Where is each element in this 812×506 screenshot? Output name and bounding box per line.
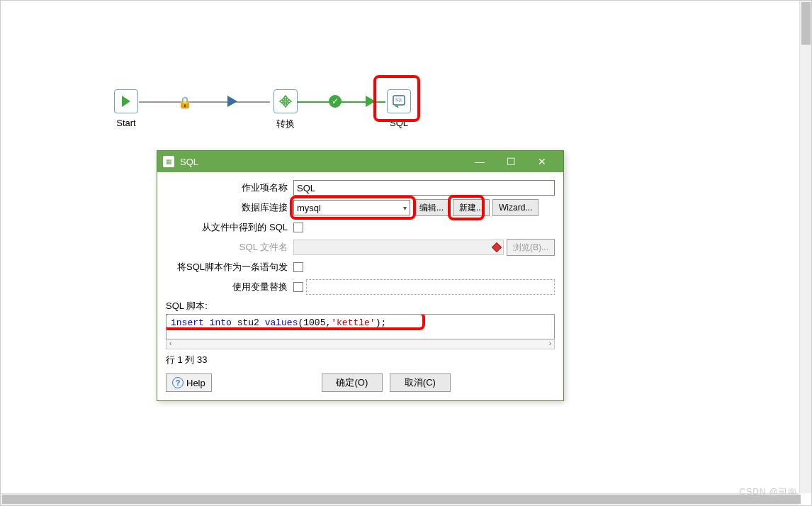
dialog-body: 作业项名称 数据库连接 mysql ▾ 编辑... 新建... Wizard..… — [157, 172, 563, 400]
check-icon: ✓ — [329, 95, 342, 108]
close-button[interactable]: ✕ — [526, 151, 558, 172]
row-single-stmt: 将SQL脚本作为一条语句发 — [166, 259, 555, 276]
minimize-button[interactable]: — — [464, 151, 495, 172]
horizontal-scrollbar[interactable] — [1, 493, 799, 505]
row-sql-from-file: 从文件中得到的 SQL — [166, 219, 555, 236]
wizard-button[interactable]: Wizard... — [492, 199, 538, 216]
label-sql-filename: SQL 文件名 — [166, 241, 293, 254]
help-button[interactable]: ? Help — [166, 373, 212, 392]
play-icon — [114, 89, 138, 113]
highlight-sql-node — [373, 75, 420, 122]
vertical-scrollbar[interactable] — [799, 1, 811, 493]
node-start[interactable]: Start — [111, 89, 142, 128]
var-subst-input[interactable] — [306, 279, 555, 295]
label-job-name: 作业项名称 — [166, 181, 293, 194]
help-label: Help — [186, 378, 205, 388]
sql-from-file-checkbox[interactable] — [293, 223, 303, 232]
label-var-subst: 使用变量替换 — [166, 281, 293, 293]
dialog-title: SQL — [180, 157, 198, 167]
sql-dialog: ▦ SQL — ☐ ✕ 作业项名称 数据库连接 mysql ▾ 编辑... 新建… — [157, 150, 564, 401]
dialog-button-bar: ? Help 确定(O) 取消(C) — [166, 373, 555, 392]
diamond-icon — [492, 242, 502, 252]
arrow-icon-1 — [227, 96, 237, 107]
label-sql-script: SQL 脚本: — [166, 300, 555, 313]
job-name-input[interactable] — [293, 180, 555, 196]
browse-button: 浏览(B)... — [507, 239, 555, 256]
sql-editor-scrollbar[interactable]: ‹› — [166, 339, 555, 349]
cursor-position: 行 1 列 33 — [166, 354, 555, 366]
sql-editor[interactable]: insert into stu2 values(1005,'kettle'); — [166, 314, 555, 339]
row-sql-filename: SQL 文件名 浏览(B)... — [166, 239, 555, 256]
dialog-icon: ▦ — [163, 156, 174, 167]
sql-filename-input — [293, 240, 504, 255]
watermark: CSDN @司南 — [739, 486, 797, 498]
label-db-conn: 数据库连接 — [166, 201, 293, 214]
row-var-subst: 使用变量替换 — [166, 279, 555, 296]
node-start-label: Start — [111, 118, 142, 128]
cancel-button[interactable]: 取消(C) — [390, 373, 451, 392]
node-transform[interactable]: 转换 — [270, 89, 301, 130]
titlebar[interactable]: ▦ SQL — ☐ ✕ — [157, 151, 563, 172]
highlight-sql — [166, 314, 425, 330]
ok-button[interactable]: 确定(O) — [322, 373, 383, 392]
highlight-new-button — [448, 195, 485, 220]
maximize-button[interactable]: ☐ — [495, 151, 526, 172]
row-job-name: 作业项名称 — [166, 179, 555, 196]
help-icon: ? — [172, 377, 184, 388]
transform-icon — [274, 89, 298, 113]
single-stmt-checkbox[interactable] — [293, 262, 303, 272]
connector-1 — [139, 101, 270, 103]
lock-icon: 🔒 — [178, 96, 192, 109]
row-db-conn: 数据库连接 mysql ▾ 编辑... 新建... Wizard... — [166, 199, 555, 216]
node-transform-label: 转换 — [270, 118, 301, 130]
highlight-select — [290, 196, 416, 220]
edit-button[interactable]: 编辑... — [413, 199, 450, 216]
var-subst-checkbox[interactable] — [293, 282, 303, 292]
label-single-stmt: 将SQL脚本作为一条语句发 — [166, 261, 293, 274]
label-sql-from-file: 从文件中得到的 SQL — [166, 221, 293, 234]
